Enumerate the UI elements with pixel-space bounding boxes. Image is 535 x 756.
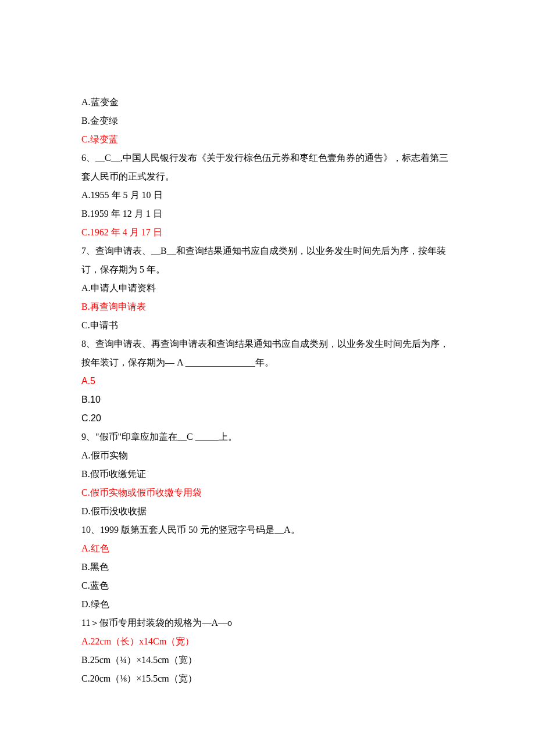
option-line: A.申请人申请资料: [81, 279, 454, 298]
option-line-answer: A.红色: [81, 539, 454, 558]
option-line-answer: B.再查询申请表: [81, 298, 454, 316]
question-line: 9、"假币"印章应加盖在__C _____上。: [81, 428, 454, 446]
option-line-answer: C.假币实物或假币收缴专用袋: [81, 483, 454, 502]
option-line: A.1955 年 5 月 10 日: [81, 186, 454, 205]
option-line: C.20: [81, 409, 454, 428]
option-line: B.1959 年 12 月 1 日: [81, 205, 454, 223]
option-line: C.申请书: [81, 316, 454, 335]
option-line: A.蓝变金: [81, 93, 454, 112]
option-line: B.黑色: [81, 558, 454, 576]
question-line: 11＞假币专用封装袋的规格为—A—o: [81, 614, 454, 632]
option-line: D.假币没收收据: [81, 502, 454, 521]
question-line: 10、1999 版第五套人民币 50 元的竖冠字号码是__A。: [81, 521, 454, 539]
option-line: A.假币实物: [81, 446, 454, 465]
option-line-answer: A.5: [81, 372, 454, 390]
option-line: C.蓝色: [81, 576, 454, 595]
option-line-answer: A.22cm（长）x14Cm（宽）: [81, 632, 454, 651]
option-line: B.10: [81, 390, 454, 409]
option-line: D.绿色: [81, 595, 454, 614]
option-line: B.假币收缴凭证: [81, 465, 454, 483]
document-page: A.蓝变金 B.金变绿 C.绿变蓝 6、__C__,中国人民银行发布《关于发行棕…: [0, 0, 535, 756]
question-line: 7、查询申请表、__B__和查询结果通知书应自成类别，以业务发生时间先后为序，按…: [81, 242, 454, 279]
option-line: B.金变绿: [81, 112, 454, 130]
option-line-answer: C.1962 年 4 月 17 日: [81, 223, 454, 242]
question-line: 6、__C__,中国人民银行发布《关于发行棕色伍元券和枣红色壹角券的通告》，标志…: [81, 149, 454, 186]
question-line: 8、查询申请表、再查询申请表和查询结果通知书应自成类别，以业务发生时间先后为序，…: [81, 335, 454, 372]
option-line: B.25cm（¼）×14.5cm（宽）: [81, 651, 454, 669]
option-line-answer: C.绿变蓝: [81, 130, 454, 149]
option-line: C.20cm（⅛）×15.5cm（宽）: [81, 669, 454, 688]
